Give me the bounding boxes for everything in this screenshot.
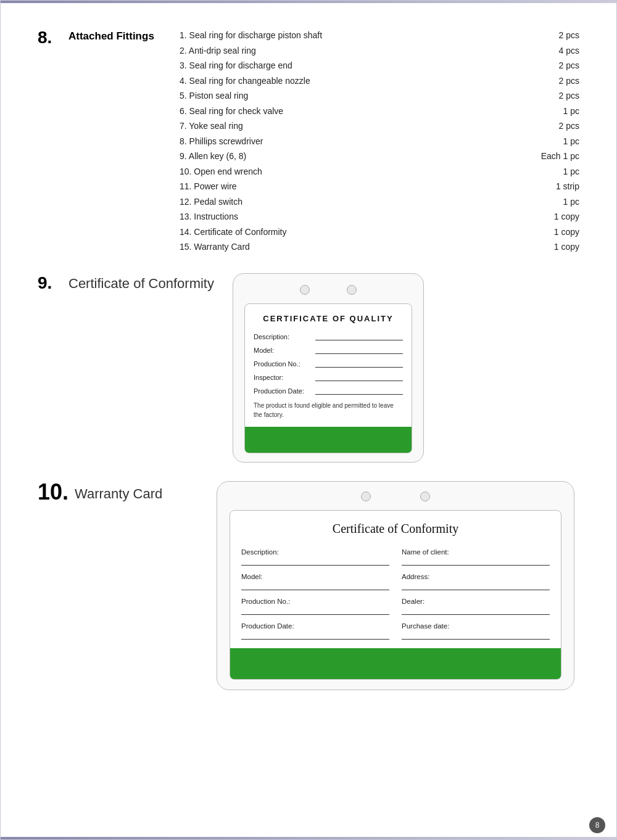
list-item: 7. Yoke seal ring 2 pcs xyxy=(180,118,579,134)
warranty-field-address: Address: xyxy=(402,573,550,590)
section-9-title: Certificate of Conformity xyxy=(68,273,214,292)
fitting-name: 1. Seal ring for discharge piston shaft xyxy=(180,28,530,43)
cert-quality-card: CERTIFICATE OF QUALITY Description: Mode… xyxy=(233,273,424,463)
fitting-name: 14. Certificate of Conformity xyxy=(180,224,530,240)
cert-field-label: Model: xyxy=(254,347,315,354)
fitting-qty: 1 copy xyxy=(530,224,579,240)
warranty-fields-grid: Description: Name of client: Model: Addr… xyxy=(241,548,550,640)
warranty-field-production-no: Production No.: xyxy=(241,598,389,615)
page-container: 8. Attached Fittings 1. Seal ring for di… xyxy=(1,3,616,727)
fitting-name: 10. Open end wrench xyxy=(180,164,530,179)
fitting-qty: 1 pc xyxy=(530,164,579,179)
list-item: 3. Seal ring for discharge end 2 pcs xyxy=(180,58,579,73)
warranty-field-description: Description: xyxy=(241,548,389,566)
section-8: 8. Attached Fittings 1. Seal ring for di… xyxy=(38,28,579,255)
fitting-name: 6. Seal ring for check valve xyxy=(180,104,530,119)
warranty-field-line xyxy=(402,606,550,615)
cert-field-label: Description: xyxy=(254,333,315,340)
section-9: 9. Certificate of Conformity CERTIFICATE… xyxy=(38,273,579,463)
warranty-field-line xyxy=(402,582,550,590)
section-9-number: 9. xyxy=(38,274,68,292)
list-item: 6. Seal ring for check valve 1 pc xyxy=(180,104,579,119)
fitting-name: 7. Yoke seal ring xyxy=(180,118,530,134)
warranty-field-line xyxy=(241,557,389,566)
page-number: 8 xyxy=(589,817,605,833)
bottom-border xyxy=(1,837,616,839)
warranty-field-production-date: Production Date: xyxy=(241,622,389,640)
warranty-field-line xyxy=(402,631,550,640)
fitting-name: 13. Instructions xyxy=(180,209,530,224)
warranty-field-line xyxy=(241,606,389,615)
list-item: 15. Warranty Card 1 copy xyxy=(180,239,579,255)
card-holes xyxy=(244,285,412,295)
list-item: 2. Anti-drip seal ring 4 pcs xyxy=(180,43,579,59)
fitting-name: 11. Power wire xyxy=(180,179,530,194)
cert-field-line xyxy=(315,345,403,354)
card-hole-left xyxy=(300,285,310,295)
fitting-name: 9. Allen key (6, 8) xyxy=(180,149,530,164)
fitting-qty: 2 pcs xyxy=(530,58,579,73)
cert-field-line xyxy=(315,359,403,368)
cert-field-line xyxy=(315,373,403,381)
cert-field-description: Description: xyxy=(254,332,403,340)
warranty-field-line xyxy=(241,582,389,590)
section-8-number: 8. xyxy=(38,29,68,46)
warranty-field-dealer: Dealer: xyxy=(402,598,550,615)
section-10-number: 10. xyxy=(38,481,75,503)
fitting-name: 8. Phillips screwdriver xyxy=(180,134,530,149)
list-item: 12. Pedal switch 1 pc xyxy=(180,194,579,210)
cert-quality-inner: CERTIFICATE OF QUALITY Description: Mode… xyxy=(244,303,412,453)
fitting-qty: 1 pc xyxy=(530,194,579,210)
warranty-hole-left xyxy=(361,492,371,501)
list-item: 4. Seal ring for changeable nozzle 2 pcs xyxy=(180,73,579,89)
list-item: 1. Seal ring for discharge piston shaft … xyxy=(180,28,579,43)
warranty-field-label: Production Date: xyxy=(241,622,389,630)
cert-field-line xyxy=(315,332,403,340)
warranty-field-label: Address: xyxy=(402,573,550,580)
fitting-qty: 2 pcs xyxy=(530,88,579,104)
section-10-title: Warranty Card xyxy=(75,481,162,502)
warranty-field-model: Model: xyxy=(241,573,389,590)
fitting-qty: 1 copy xyxy=(530,209,579,224)
fitting-qty: 1 pc xyxy=(530,134,579,149)
fitting-name: 2. Anti-drip seal ring xyxy=(180,43,530,59)
cert-field-label: Production No.: xyxy=(254,360,315,368)
cert-field-line xyxy=(315,386,403,395)
fitting-name: 12. Pedal switch xyxy=(180,194,530,210)
cert-field-label: Production Date: xyxy=(254,387,315,395)
warranty-inner: Certificate of Conformity Description: N… xyxy=(230,510,561,680)
warranty-green-bar xyxy=(230,648,561,679)
warranty-field-purchase-date: Purchase date: xyxy=(402,622,550,640)
fitting-name: 15. Warranty Card xyxy=(180,239,530,255)
warranty-field-label: Dealer: xyxy=(402,598,550,605)
fitting-qty: Each 1 pc xyxy=(530,149,579,164)
cert-field-production-date: Production Date: xyxy=(254,386,403,395)
list-item: 8. Phillips screwdriver 1 pc xyxy=(180,134,579,149)
fitting-name: 3. Seal ring for discharge end xyxy=(180,58,530,73)
list-item: 13. Instructions 1 copy xyxy=(180,209,579,224)
fitting-qty: 1 strip xyxy=(530,179,579,194)
cert-green-bar xyxy=(245,427,412,453)
section-9-left: 9. Certificate of Conformity xyxy=(38,273,214,292)
card-hole-right xyxy=(347,285,357,295)
warranty-field-label: Name of client: xyxy=(402,548,550,556)
warranty-field-label: Production No.: xyxy=(241,598,389,605)
warranty-field-name-of-client: Name of client: xyxy=(402,548,550,566)
section-10-left: 10. Warranty Card xyxy=(38,481,210,503)
warranty-field-label: Purchase date: xyxy=(402,622,550,630)
cert-field-model: Model: xyxy=(254,345,403,354)
fitting-qty: 2 pcs xyxy=(530,118,579,134)
list-item: 11. Power wire 1 strip xyxy=(180,179,579,194)
list-item: 14. Certificate of Conformity 1 copy xyxy=(180,224,579,240)
fitting-name: 4. Seal ring for changeable nozzle xyxy=(180,73,530,89)
section-8-title: Attached Fittings xyxy=(68,28,180,43)
fitting-name: 5. Piston seal ring xyxy=(180,88,530,104)
warranty-title: Certificate of Conformity xyxy=(241,522,550,536)
warranty-field-line xyxy=(402,557,550,566)
section-10: 10. Warranty Card Certificate of Conform… xyxy=(38,481,579,690)
fitting-qty: 4 pcs xyxy=(530,43,579,59)
card-bottom-pad xyxy=(244,453,412,462)
cert-field-label: Inspector: xyxy=(254,374,315,381)
fittings-list: 1. Seal ring for discharge piston shaft … xyxy=(180,28,579,255)
fitting-qty: 1 pc xyxy=(530,104,579,119)
